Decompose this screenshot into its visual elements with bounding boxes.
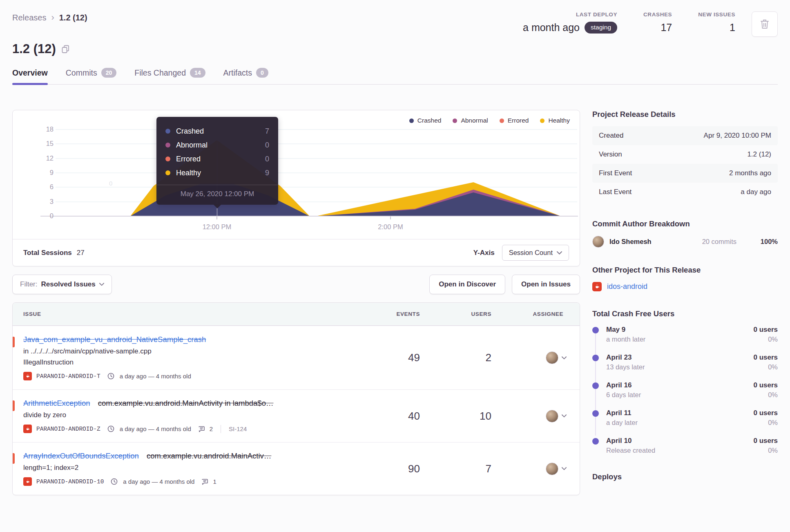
tooltip-abnormal-label: Abnormal [176,141,208,150]
comments-count: 1 [213,478,216,485]
x-tick-2pm: 2:00 PM [378,223,403,231]
timeline-subtitle: a month later [606,335,645,343]
stat-crashes: CRASHES 17 [643,11,672,34]
other-project-link[interactable]: idos-android [607,282,647,291]
timeline-item-april11: April 11 a day later 0 users 0% [592,409,778,427]
detail-label: First Event [599,169,632,177]
author-percent: 100% [756,238,778,246]
assignee-cell[interactable] [491,351,569,364]
last-deploy-value: a month ago [523,22,580,34]
issue-age: a day ago — 4 months old [120,373,191,380]
detail-row-version: Version 1.2 (12) [592,145,778,164]
legend-crashed-dot [409,118,414,123]
project-slug: PARANOID-ANDROID-10 [36,478,104,485]
legend-abnormal[interactable]: Abnormal [453,117,488,124]
timeline-users: 0 users [753,353,778,362]
tab-artifacts-label: Artifacts [223,68,252,78]
issues-table-header: ISSUE EVENTS USERS ASSIGNEE [13,303,580,326]
timeline-item-april16: April 16 6 days later 0 users 0% [592,381,778,399]
chevron-down-icon[interactable] [562,356,567,360]
chevron-down-icon[interactable] [562,467,567,470]
chevron-down-icon[interactable] [562,414,567,418]
timeline-percent: 0% [753,447,778,454]
issue-cell: ArithmeticException com.example.vu.andro… [23,399,355,433]
tab-commits[interactable]: Commits 20 [66,68,117,84]
issue-error-value: divide by zero [23,411,355,419]
timeline-users: 0 users [753,326,778,334]
tab-overview[interactable]: Overview [12,68,48,84]
issue-events-count: 90 [355,463,420,475]
legend-errored-dot [500,118,504,123]
timeline-users: 0 users [753,437,778,445]
assignee-cell[interactable] [491,410,569,422]
comments-count: 2 [210,425,213,432]
sessions-chart[interactable]: 18 15 12 9 6 3 0 12:00 PM 2:00 PM 0 [13,110,580,239]
deploys-heading: Deploys [592,472,778,481]
tab-files-changed[interactable]: Files Changed 14 [134,68,205,84]
timeline-date: April 16 [606,381,641,389]
y-tick-15: 15 [29,140,54,148]
comments-icon [198,426,205,432]
author-name: Ido Shemesh [609,238,652,246]
issue-row-array-index-exception[interactable]: ArrayIndexOutOfBoundsException com.examp… [13,442,580,495]
tooltip-abnormal-value: 0 [265,141,269,150]
copy-version-icon[interactable] [62,45,69,54]
column-assignee: ASSIGNEE [491,311,569,317]
issue-users-count: 2 [420,351,491,364]
x-tick-12pm: 12:00 PM [203,223,232,231]
tooltip-crashed-label: Crashed [176,127,204,136]
issue-error-type: IllegalInstruction [23,358,355,367]
timeline-dot [592,382,599,389]
sessions-chart-card: 18 15 12 9 6 3 0 12:00 PM 2:00 PM 0 [12,110,580,266]
tab-artifacts[interactable]: Artifacts 0 [223,68,268,84]
other-project-row: idos-android [592,282,778,291]
sessions-area-chart [13,110,580,239]
assignee-cell[interactable] [491,463,569,475]
timeline-percent: 0% [753,419,778,427]
legend-crashed[interactable]: Crashed [409,117,442,124]
yaxis-label: Y-Axis [473,249,495,257]
detail-value: Apr 9, 2020 10:00 PM [704,132,771,140]
timeline-date: May 9 [606,326,645,334]
open-in-issues-button[interactable]: Open in Issues [512,275,580,294]
issue-title-link[interactable]: ArithmeticException [23,399,90,407]
crash-free-timeline: May 9 a month later 0 users 0% April 23 … [592,326,778,454]
detail-value: 1.2 (12) [747,150,771,159]
issue-row-arithmetic-exception[interactable]: ArithmeticException com.example.vu.andro… [13,389,580,442]
assignee-avatar[interactable] [546,463,558,475]
tooltip-errored-label: Errored [176,155,201,163]
timeline-percent: 0% [753,335,778,343]
timeline-item-april10: April 10 Release created 0 users 0% [592,437,778,454]
project-slug: PARANOID-ANDROID-T [36,373,100,380]
legend-healthy[interactable]: Healthy [540,117,570,124]
open-in-discover-label: Open in Discover [439,280,496,288]
assignee-avatar[interactable] [546,351,558,364]
tooltip-healthy-dot [165,170,170,175]
breadcrumb-releases-link[interactable]: Releases [12,13,46,22]
total-sessions-label: Total Sessions [23,249,72,257]
issue-title-link[interactable]: ArrayIndexOutOfBoundsException [23,452,139,460]
chart-annotation-zero: 0 [109,180,112,187]
yaxis-select-value: Session Count [509,249,553,257]
timeline-dot [592,438,599,445]
title-row: 1.2 (12) [12,42,778,56]
tooltip-crashed-dot [165,129,170,134]
chevron-down-icon [99,283,104,286]
issue-events-count: 49 [355,351,420,364]
project-java-icon [592,282,602,291]
legend-errored[interactable]: Errored [500,117,529,124]
open-in-discover-button[interactable]: Open in Discover [429,275,505,294]
timeline-subtitle: a day later [606,419,638,427]
commit-author-row: Ido Shemesh 20 commits 100% [592,236,778,248]
assignee-avatar[interactable] [546,410,558,422]
delete-release-button[interactable] [752,11,778,37]
clock-icon [107,373,114,380]
project-slug: PARANOID-ANDROID-Z [36,426,100,432]
issue-row-native-sample-crash[interactable]: Java_com_example_vu_android_NativeSample… [13,326,580,389]
yaxis-select[interactable]: Session Count [502,245,569,261]
tab-commits-count: 20 [101,68,117,78]
clock-icon [111,478,118,485]
tooltip-abnormal-dot [165,143,170,148]
issues-filter-select[interactable]: Filter: Resolved Issues [12,275,112,294]
issue-title-link[interactable]: Java_com_example_vu_android_NativeSample… [23,335,206,344]
